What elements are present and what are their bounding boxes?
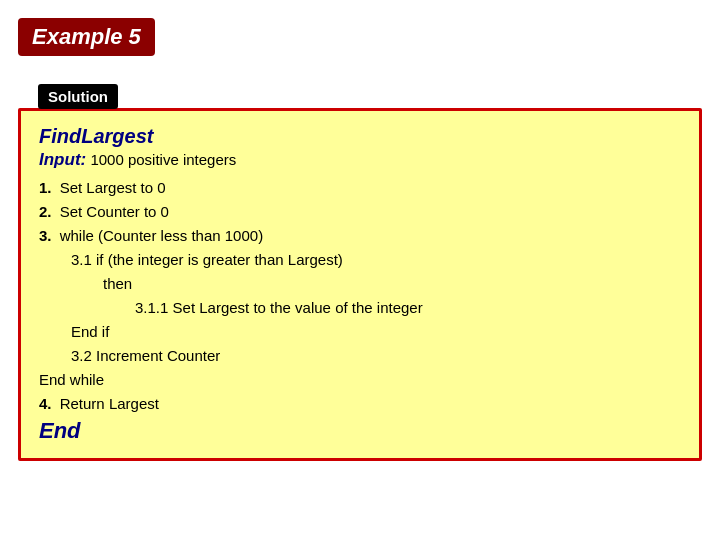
- step-text: Set Counter to 0: [60, 203, 169, 220]
- step-num: 3.: [39, 227, 52, 244]
- list-item: 2. Set Counter to 0: [39, 200, 681, 224]
- list-item: End if: [39, 320, 681, 344]
- list-item: End while: [39, 368, 681, 392]
- solution-wrapper: Solution FindLargest Input: 1000 positiv…: [18, 84, 702, 461]
- title-box: Example 5: [18, 18, 155, 56]
- step-text: Set Largest to 0: [60, 179, 166, 196]
- solution-header: Solution: [28, 84, 702, 109]
- step-text: 3.1.1 Set Largest to the value of the in…: [135, 299, 423, 316]
- input-line: Input: 1000 positive integers: [39, 150, 681, 170]
- step-text: End while: [39, 371, 104, 388]
- input-label: Input:: [39, 150, 86, 169]
- list-item: 3.1 if (the integer is greater than Larg…: [39, 248, 681, 272]
- step-text: then: [103, 275, 132, 292]
- list-item: 1. Set Largest to 0: [39, 176, 681, 200]
- list-item: 3. while (Counter less than 1000): [39, 224, 681, 248]
- solution-label: Solution: [38, 84, 118, 109]
- list-item: 3.2 Increment Counter: [39, 344, 681, 368]
- algo-steps: 1. Set Largest to 0 2. Set Counter to 0 …: [39, 176, 681, 416]
- list-item: 4. Return Largest: [39, 392, 681, 416]
- step-num: 2.: [39, 203, 52, 220]
- step-text: End if: [71, 323, 109, 340]
- page: Example 5 Solution FindLargest Input: 10…: [0, 0, 720, 540]
- end-keyword: End: [39, 418, 681, 444]
- input-value: 1000 positive integers: [90, 151, 236, 168]
- step-text: 3.1 if (the integer is greater than Larg…: [71, 251, 343, 268]
- list-item: then: [39, 272, 681, 296]
- step-num: 4.: [39, 395, 52, 412]
- algo-name: FindLargest: [39, 125, 681, 148]
- step-num: 1.: [39, 179, 52, 196]
- list-item: 3.1.1 Set Largest to the value of the in…: [39, 296, 681, 320]
- step-text: Return Largest: [60, 395, 159, 412]
- page-title: Example 5: [32, 24, 141, 49]
- solution-container: FindLargest Input: 1000 positive integer…: [18, 108, 702, 461]
- step-text: 3.2 Increment Counter: [71, 347, 220, 364]
- step-text: while (Counter less than 1000): [60, 227, 263, 244]
